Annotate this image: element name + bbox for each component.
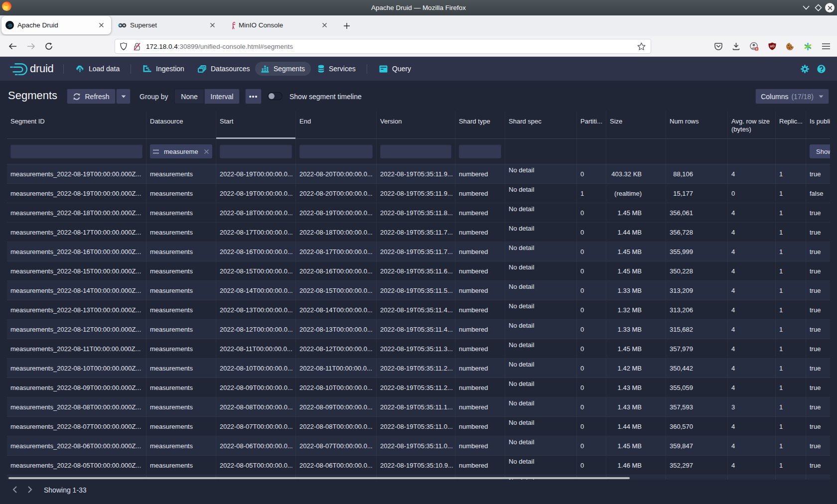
column-header-end[interactable]: End bbox=[296, 111, 377, 138]
window-close-button[interactable] bbox=[825, 3, 835, 12]
back-button[interactable] bbox=[5, 39, 20, 54]
column-header-start[interactable]: Start bbox=[216, 111, 296, 138]
tab-close-icon[interactable] bbox=[206, 19, 218, 31]
cell-shard_spec[interactable]: No detail bbox=[505, 397, 577, 416]
table-row[interactable]: measurements_2022-08-11T00:00:00.000Z...… bbox=[7, 339, 830, 359]
column-header-partition[interactable]: Partiti... bbox=[577, 111, 606, 138]
bookmark-star-icon[interactable] bbox=[637, 42, 646, 50]
ublock-origin-icon[interactable]: uO bbox=[768, 42, 776, 51]
table-row[interactable]: measurements_2022-08-09T00:00:00.000Z...… bbox=[7, 378, 830, 397]
tab-close-icon[interactable] bbox=[95, 19, 107, 31]
filter-input-version[interactable] bbox=[380, 144, 451, 158]
account-error-icon[interactable] bbox=[750, 42, 758, 51]
cell-shard_spec[interactable]: No detail bbox=[505, 184, 577, 203]
cell-shard_spec[interactable]: No detail bbox=[505, 281, 577, 300]
cell-replication: 1 bbox=[776, 378, 806, 397]
cell-shard_spec[interactable]: No detail bbox=[505, 164, 577, 183]
column-header-replication[interactable]: Replic... bbox=[776, 111, 806, 138]
table-row[interactable]: measurements_2022-08-13T00:00:00.000Z...… bbox=[7, 300, 830, 320]
help-icon[interactable] bbox=[817, 65, 826, 73]
forward-button[interactable] bbox=[23, 39, 38, 54]
column-header-num_rows[interactable]: Num rows bbox=[666, 111, 728, 138]
refresh-dropdown-button[interactable] bbox=[116, 89, 131, 104]
table-row[interactable]: measurements_2022-08-17T00:00:00.000Z...… bbox=[7, 223, 830, 242]
table-row[interactable]: measurements_2022-08-10T00:00:00.000Z...… bbox=[7, 359, 830, 378]
group-by-interval-button[interactable]: Interval bbox=[204, 89, 240, 104]
cell-shard_spec[interactable]: No detail bbox=[505, 339, 577, 358]
filter-input-shard_type[interactable] bbox=[459, 144, 501, 158]
columns-button[interactable]: Columns (17/18) bbox=[755, 89, 829, 104]
nav-item-services[interactable]: Services bbox=[318, 62, 356, 76]
lock-insecure-icon[interactable] bbox=[133, 42, 141, 51]
table-row[interactable]: measurements_2022-08-19T00:00:00.000Z...… bbox=[7, 184, 830, 203]
pocket-icon[interactable] bbox=[714, 42, 722, 51]
table-row[interactable]: measurements_2022-08-08T00:00:00.000Z...… bbox=[7, 397, 830, 417]
table-row[interactable]: measurements_2022-08-15T00:00:00.000Z...… bbox=[7, 261, 830, 281]
next-page-button[interactable] bbox=[28, 486, 37, 495]
druid-logo[interactable]: druid bbox=[7, 57, 53, 81]
settings-gear-icon[interactable] bbox=[801, 65, 809, 73]
cell-shard_spec[interactable]: No detail bbox=[505, 320, 577, 339]
more-actions-button[interactable]: ••• bbox=[245, 89, 262, 104]
column-header-shard_type[interactable]: Shard type bbox=[455, 111, 505, 138]
window-maximize-button[interactable] bbox=[814, 3, 823, 12]
table-row[interactable]: measurements_2022-08-18T00:00:00.000Z...… bbox=[7, 203, 830, 223]
shield-permissions-icon[interactable] bbox=[120, 42, 127, 50]
cell-shard_spec[interactable]: No detail bbox=[505, 242, 577, 261]
horizontal-scrollbar[interactable] bbox=[8, 477, 630, 480]
segment-timeline-toggle[interactable] bbox=[268, 92, 282, 100]
column-header-is_published[interactable]: Is publi bbox=[806, 111, 830, 138]
column-header-datasource[interactable]: Datasource bbox=[146, 111, 216, 138]
table-row[interactable]: measurements_2022-08-12T00:00:00.000Z...… bbox=[7, 320, 830, 339]
nav-item-ingestion[interactable]: Ingestion bbox=[143, 62, 184, 76]
window-minimize-button[interactable] bbox=[801, 3, 811, 12]
table-row[interactable]: measurements_2022-08-19T00:00:00.000Z...… bbox=[7, 164, 830, 184]
cell-shard_spec[interactable]: No detail bbox=[505, 223, 577, 242]
navbar-divider bbox=[131, 64, 131, 74]
cell-shard_spec[interactable]: No detail bbox=[505, 359, 577, 378]
cell-shard_spec[interactable]: No detail bbox=[505, 378, 577, 397]
menu-hamburger-icon[interactable] bbox=[822, 42, 830, 51]
cell-shard_spec[interactable]: No detail bbox=[505, 436, 577, 455]
table-row[interactable]: measurements_2022-08-16T00:00:00.000Z...… bbox=[7, 242, 830, 261]
table-row[interactable]: measurements_2022-08-05T00:00:00.000Z...… bbox=[7, 456, 830, 475]
pagination-info: Showing 1-33 bbox=[44, 482, 87, 498]
filter-input-id[interactable] bbox=[10, 144, 142, 158]
nav-item-segments[interactable]: Segments bbox=[255, 62, 311, 76]
filter-input-start[interactable] bbox=[220, 144, 292, 158]
group-by-none-button[interactable]: None bbox=[174, 89, 204, 104]
nav-item-load-data[interactable]: Load data bbox=[76, 62, 120, 76]
cookie-icon[interactable] bbox=[786, 42, 794, 51]
column-header-shard_spec[interactable]: Shard spec bbox=[505, 111, 577, 138]
cell-shard_spec[interactable]: No detail bbox=[505, 261, 577, 280]
tab-close-icon[interactable] bbox=[318, 19, 330, 31]
column-header-id[interactable]: Segment ID bbox=[7, 111, 146, 138]
column-header-version[interactable]: Version bbox=[377, 111, 455, 138]
cell-shard_spec[interactable]: No detail bbox=[505, 417, 577, 436]
new-tab-button[interactable] bbox=[340, 19, 353, 32]
refresh-button[interactable]: Refresh bbox=[67, 89, 116, 104]
tab-superset[interactable]: Superset bbox=[114, 16, 222, 34]
table-row[interactable]: measurements_2022-08-14T00:00:00.000Z...… bbox=[7, 281, 830, 300]
filter-input-end[interactable] bbox=[299, 144, 373, 158]
table-row[interactable]: measurements_2022-08-06T00:00:00.000Z...… bbox=[7, 436, 830, 456]
tab-minio[interactable]: MinIO Console bbox=[227, 16, 334, 34]
remove-filter-icon[interactable] bbox=[204, 149, 209, 154]
download-icon[interactable] bbox=[732, 42, 740, 51]
tab-apache-druid[interactable]: Apache Druid bbox=[1, 16, 111, 34]
cell-shard_spec[interactable]: No detail bbox=[505, 300, 577, 319]
table-row[interactable]: measurements_2022-08-07T00:00:00.000Z...… bbox=[7, 417, 830, 436]
previous-page-button[interactable] bbox=[12, 486, 21, 495]
cell-shard_spec[interactable]: No detail bbox=[505, 203, 577, 222]
column-header-avg_row_size[interactable]: Avg. row size (bytes) bbox=[728, 111, 776, 138]
nav-item-datasources[interactable]: Datasources bbox=[198, 62, 250, 76]
color-asterisk-icon[interactable] bbox=[804, 42, 812, 51]
cell-shard_spec[interactable]: No detail bbox=[505, 456, 577, 475]
column-header-size[interactable]: Size bbox=[606, 111, 666, 138]
reload-button[interactable] bbox=[41, 39, 56, 54]
datasource-filter-tag[interactable]: measureme bbox=[150, 144, 212, 158]
table-filter-row: measuremeShow a bbox=[7, 139, 830, 164]
is-published-filter-button[interactable]: Show a bbox=[810, 144, 830, 158]
nav-item-query[interactable]: Query bbox=[379, 62, 411, 76]
url-address-bar[interactable]: 172.18.0.4:30899/unified-console.html#se… bbox=[115, 39, 651, 54]
